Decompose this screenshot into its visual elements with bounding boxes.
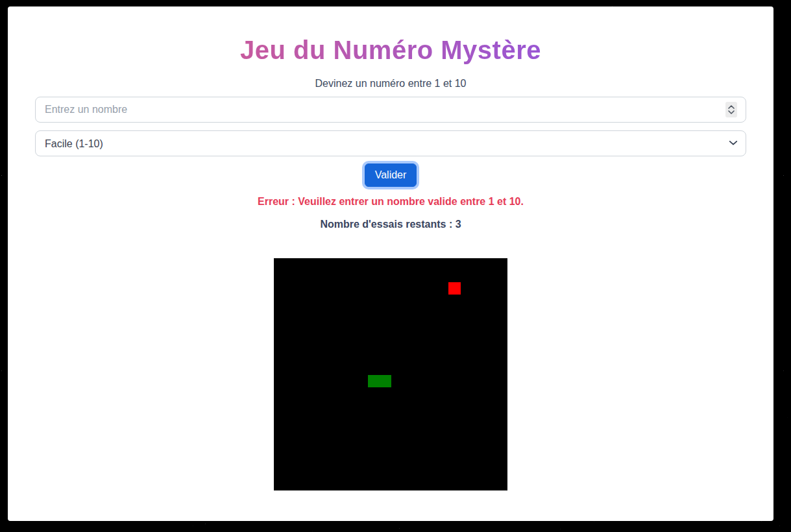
number-input[interactable] xyxy=(35,97,746,123)
difficulty-select[interactable]: Facile (1-10) xyxy=(35,130,746,156)
red-square xyxy=(448,282,461,295)
error-message: Erreur : Veuillez entrer un nombre valid… xyxy=(35,195,746,209)
spinner-up-icon xyxy=(728,105,735,109)
page-title-text: Jeu du Numéro Mystère xyxy=(240,34,541,66)
difficulty-field: Facile (1-10) xyxy=(35,130,746,156)
spinner-down-icon xyxy=(728,110,735,114)
button-row: Valider xyxy=(35,163,746,187)
page-title: Jeu du Numéro Mystère xyxy=(35,34,746,66)
subtitle: Devinez un numéro entre 1 et 10 xyxy=(35,76,746,91)
game-card: Jeu du Numéro Mystère Devinez un numéro … xyxy=(8,6,773,521)
number-spinner[interactable] xyxy=(725,102,737,117)
valider-button[interactable]: Valider xyxy=(365,163,417,187)
number-input-field xyxy=(35,97,746,123)
game-canvas[interactable] xyxy=(274,258,507,490)
green-paddle xyxy=(368,375,391,387)
attempts-remaining: Nombre d'essais restants : 3 xyxy=(35,217,746,232)
